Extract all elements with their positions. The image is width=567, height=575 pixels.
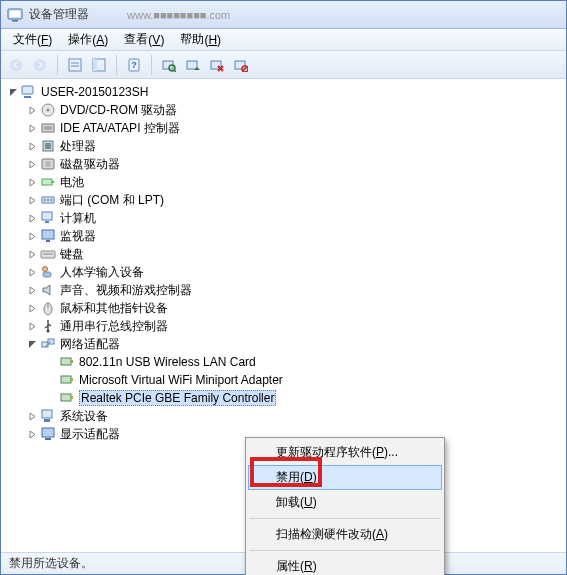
tree-category[interactable]: 通用串行总线控制器 <box>26 317 560 335</box>
tree-expander[interactable] <box>26 176 38 188</box>
context-properties[interactable]: 属性(R) <box>248 554 442 575</box>
nic-icon <box>59 354 75 370</box>
tree-category-label: DVD/CD-ROM 驱动器 <box>60 102 177 119</box>
svg-rect-54 <box>61 376 71 383</box>
tree-expander[interactable] <box>26 230 38 242</box>
mouse-icon <box>40 300 56 316</box>
toolbar-panel-button[interactable] <box>88 54 110 76</box>
svg-line-14 <box>174 70 176 72</box>
tree-category-label: 监视器 <box>60 228 96 245</box>
svg-rect-15 <box>187 61 197 69</box>
tree-category[interactable]: 键盘 <box>26 245 560 263</box>
network-icon <box>40 336 56 352</box>
tree-expander[interactable] <box>26 140 38 152</box>
svg-rect-60 <box>42 428 54 437</box>
context-update-driver[interactable]: 更新驱动程序软件(P)... <box>248 440 442 465</box>
sound-icon <box>40 282 56 298</box>
svg-rect-9 <box>93 59 97 71</box>
menu-help[interactable]: 帮助(H) <box>172 29 229 50</box>
toolbar-uninstall-button[interactable] <box>206 54 228 76</box>
tree-device[interactable]: 802.11n USB Wireless LAN Card <box>45 353 560 371</box>
tree-category[interactable]: 处理器 <box>26 137 560 155</box>
monitor-icon <box>40 228 56 244</box>
toolbar-disable-button[interactable] <box>230 54 252 76</box>
nav-back-button <box>5 54 27 76</box>
disc-icon <box>40 102 56 118</box>
tree-expander[interactable] <box>26 104 38 116</box>
statusbar-text: 禁用所选设备。 <box>9 555 93 572</box>
menu-file[interactable]: 文件(F) <box>5 29 60 50</box>
tree-category-label: 通用串行总线控制器 <box>60 318 168 335</box>
tree-category[interactable]: 网络适配器 <box>26 335 560 353</box>
tree-category[interactable]: 电池 <box>26 173 560 191</box>
menu-action[interactable]: 操作(A) <box>60 29 116 50</box>
tree-expander[interactable] <box>26 320 38 332</box>
tree-device-label: Realtek PCIe GBE Family Controller <box>79 390 276 406</box>
tree-category[interactable]: 鼠标和其他指针设备 <box>26 299 560 317</box>
svg-rect-5 <box>69 59 81 71</box>
svg-rect-58 <box>42 410 52 418</box>
svg-rect-32 <box>42 179 52 185</box>
tree-category-label: IDE ATA/ATAPI 控制器 <box>60 120 180 137</box>
svg-rect-29 <box>45 143 51 149</box>
tree-root-node[interactable]: USER-20150123SH <box>7 83 560 101</box>
hid-icon <box>40 264 56 280</box>
tree-category-label: 键盘 <box>60 246 84 263</box>
svg-rect-57 <box>71 396 73 399</box>
tree-expander[interactable] <box>26 428 38 440</box>
tree-category[interactable]: 声音、视频和游戏控制器 <box>26 281 560 299</box>
disk-icon <box>40 156 56 172</box>
tree-expander[interactable] <box>26 302 38 314</box>
computer_root-icon <box>21 84 37 100</box>
tree-category-label: 显示适配器 <box>60 426 120 443</box>
tree-category[interactable]: DVD/CD-ROM 驱动器 <box>26 101 560 119</box>
toolbar-details-button[interactable] <box>64 54 86 76</box>
window-title: 设备管理器 <box>29 6 89 23</box>
svg-rect-41 <box>46 240 50 242</box>
tree-category-label: 处理器 <box>60 138 96 155</box>
svg-rect-40 <box>42 230 54 239</box>
tree-expander[interactable] <box>26 266 38 278</box>
tree-expander[interactable] <box>26 122 38 134</box>
menubar: 文件(F) 操作(A) 查看(V) 帮助(H) <box>1 29 566 51</box>
tree-expander[interactable] <box>26 284 38 296</box>
tree-expander[interactable] <box>26 194 38 206</box>
toolbar-scan-button[interactable] <box>158 54 180 76</box>
tree-category-label: 人体学输入设备 <box>60 264 144 281</box>
context-disable[interactable]: 禁用(D) <box>248 465 442 490</box>
svg-rect-53 <box>71 360 73 363</box>
tree-category[interactable]: 磁盘驱动器 <box>26 155 560 173</box>
tree-category-label: 磁盘驱动器 <box>60 156 120 173</box>
tree-expander[interactable] <box>7 86 19 98</box>
tree-category[interactable]: 系统设备 <box>26 407 560 425</box>
tree-expander[interactable] <box>26 158 38 170</box>
computer-icon <box>40 210 56 226</box>
tree-expander[interactable] <box>26 338 38 350</box>
tree-category[interactable]: 人体学输入设备 <box>26 263 560 281</box>
tree-category-label: 端口 (COM 和 LPT) <box>60 192 164 209</box>
app-icon <box>7 7 23 23</box>
toolbar-help-button[interactable]: ? <box>123 54 145 76</box>
context-uninstall[interactable]: 卸载(U) <box>248 490 442 515</box>
tree-expander[interactable] <box>26 248 38 260</box>
tree-category[interactable]: 端口 (COM 和 LPT) <box>26 191 560 209</box>
tree-category[interactable]: 监视器 <box>26 227 560 245</box>
display-icon <box>40 426 56 442</box>
tree-device[interactable]: Microsoft Virtual WiFi Miniport Adapter <box>45 371 560 389</box>
context-scan-hardware[interactable]: 扫描检测硬件改动(A) <box>248 522 442 547</box>
tree-category[interactable]: IDE ATA/ATAPI 控制器 <box>26 119 560 137</box>
tree-category[interactable]: 计算机 <box>26 209 560 227</box>
svg-text:?: ? <box>131 60 137 70</box>
titlebar: 设备管理器 www.■■■■■■■■.com <box>1 1 566 29</box>
tree-expander[interactable] <box>26 410 38 422</box>
svg-point-37 <box>50 199 52 201</box>
port-icon <box>40 192 56 208</box>
svg-point-25 <box>47 109 50 112</box>
menu-view[interactable]: 查看(V) <box>116 29 172 50</box>
svg-rect-33 <box>52 181 54 183</box>
tree-device[interactable]: Realtek PCIe GBE Family Controller <box>45 389 560 407</box>
toolbar-update-button[interactable] <box>182 54 204 76</box>
tree-category-label: 系统设备 <box>60 408 108 425</box>
nic-icon <box>59 372 75 388</box>
tree-expander[interactable] <box>26 212 38 224</box>
